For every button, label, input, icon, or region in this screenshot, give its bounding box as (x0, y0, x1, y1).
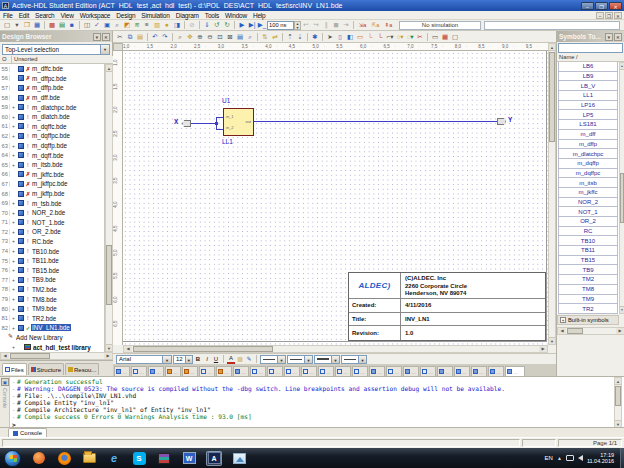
select-tool-icon[interactable]: ➤ (325, 32, 335, 42)
document-tab[interactable]: … (284, 366, 300, 376)
trace-over-icon[interactable]: ⇱a (369, 20, 382, 30)
symbol-item[interactable]: TM8 (558, 285, 618, 295)
separator[interactable] (79, 21, 80, 29)
run-icon[interactable]: ▶ (237, 20, 247, 30)
symbol-item[interactable]: m_dlatchpc (558, 149, 618, 159)
delete-tool-icon[interactable]: ✂ (415, 32, 425, 42)
console-tab[interactable]: Console (8, 428, 47, 437)
symbol-item[interactable]: TR2 (558, 304, 618, 314)
mdi-restore-button[interactable]: ❐ (605, 12, 613, 19)
builtin-symbols-section[interactable]: + Built-in symbols (557, 315, 619, 325)
symbol-item[interactable]: m_dqffpc (558, 169, 618, 179)
menu-item[interactable]: Diagram (173, 12, 202, 19)
expander-icon[interactable]: + (10, 238, 17, 244)
separator[interactable] (307, 33, 308, 41)
open-icon[interactable]: ❒ (22, 20, 32, 30)
symbol-item[interactable]: TB10 (558, 236, 618, 246)
undo-icon[interactable]: ↶ (150, 32, 160, 42)
symbol-item[interactable]: LB_V (558, 81, 618, 91)
separator[interactable] (44, 21, 45, 29)
file-list-vscrollbar[interactable]: ▲ ▼ (105, 64, 113, 352)
file-row[interactable]: 64 + ! m_dqff.bde (0, 150, 104, 160)
expander-icon[interactable]: + (10, 219, 17, 225)
verify-icon[interactable]: ✓ (92, 20, 102, 30)
document-tab[interactable]: … (301, 366, 317, 376)
rerun-icon[interactable]: ↻ (222, 20, 232, 30)
chevron-down-icon[interactable]: ▼ (185, 356, 192, 363)
step-back-icon[interactable]: ↩ (301, 20, 311, 30)
zoom-full-icon[interactable]: ⊠ (225, 32, 235, 42)
panel-close-icon[interactable]: ✕ (102, 33, 110, 41)
time-spinner[interactable]: ▲▼ (294, 21, 301, 30)
document-tab[interactable]: … (488, 366, 504, 376)
menu-item[interactable]: Design (113, 12, 138, 19)
new-icon[interactable]: ▢ (2, 20, 12, 30)
frame-tool-icon[interactable]: ▭ (430, 32, 440, 42)
symbol-item[interactable]: TM9 (558, 295, 618, 305)
start-button[interactable] (4, 450, 21, 467)
chevron-down-icon[interactable]: ▼ (277, 356, 285, 363)
stop-icon[interactable]: ■ (67, 20, 77, 30)
file-row[interactable]: 78 + ! TM2.bde (0, 285, 104, 295)
file-row[interactable]: 55 ✗ m_dffc.bde (0, 64, 104, 74)
symbol-item[interactable]: NOR_2 (558, 198, 618, 208)
console-vscrollbar[interactable]: ▲ ▼ (614, 377, 622, 428)
update-icon[interactable]: ⇅ (260, 32, 270, 42)
photo-viewer-icon[interactable] (231, 451, 247, 466)
expander-icon[interactable]: + (10, 123, 17, 129)
file-row[interactable]: 70 + ! NOR_2.bde (0, 208, 104, 218)
symbol-item[interactable]: NOT_1 (558, 207, 618, 217)
separator[interactable] (147, 33, 148, 41)
file-row[interactable]: 76 + ! TB15.bde (0, 265, 104, 275)
document-tab[interactable]: … (216, 366, 232, 376)
expander-icon[interactable]: + (10, 162, 17, 168)
chevron-down-icon[interactable]: ▼ (304, 356, 312, 363)
media-app-icon[interactable] (31, 451, 47, 466)
zoom-out-icon[interactable]: ⊖ (205, 32, 215, 42)
sheet-tool-icon[interactable]: ▢ (450, 32, 460, 42)
break-icon[interactable]: ⊘ (187, 20, 197, 30)
scroll-up-icon[interactable]: ▲ (549, 44, 555, 51)
file-list-hscrollbar[interactable]: ◀ ▶ (0, 352, 113, 360)
trace-into-icon[interactable]: ⇲a (356, 20, 369, 30)
scroll-left-icon[interactable]: ◀ (124, 346, 132, 352)
menu-item[interactable]: Search (32, 12, 57, 19)
symbol-item[interactable]: TB15 (558, 256, 618, 266)
symbols-vscrollbar[interactable]: ▲ ▼ (619, 62, 624, 314)
component-type-label[interactable]: LL1 (222, 138, 233, 145)
expander-icon[interactable]: + (10, 258, 17, 264)
title-block[interactable]: ALDEC) (C)ALDEC. Inc2260 Corporate Circl… (348, 272, 546, 341)
input-port-label[interactable]: X (174, 118, 178, 125)
zoom-icon[interactable]: ⌕ (175, 32, 185, 42)
tip-bulb-icon[interactable]: ● (162, 20, 172, 30)
push-hierarchy-icon[interactable]: ⇣ (295, 32, 305, 42)
menu-item[interactable]: Tools (202, 12, 222, 19)
scroll-right-icon[interactable]: ▶ (616, 328, 624, 334)
expander-icon[interactable]: + (560, 317, 566, 323)
scroll-up-icon[interactable]: ▲ (615, 378, 621, 385)
table-tool-icon[interactable]: ▦ (440, 32, 450, 42)
input-port-terminal[interactable] (182, 120, 191, 127)
cut-icon[interactable]: ✂ (115, 32, 125, 42)
symbol-item[interactable]: OR_2 (558, 217, 618, 227)
line-width-select[interactable]: ▼ (260, 355, 286, 364)
expander-icon[interactable]: + (10, 277, 17, 283)
scroll-left-icon[interactable]: ◀ (1, 353, 9, 359)
mdi-close-button[interactable]: ✕ (614, 12, 622, 19)
component-symbol[interactable]: in_1 in_2 out (223, 108, 254, 136)
chevron-down-icon[interactable]: ▼ (331, 356, 339, 363)
scroll-left-icon[interactable]: ◀ (558, 328, 566, 334)
border-style-select[interactable]: ▼ (341, 355, 367, 364)
restart-icon[interactable]: ↺ (212, 20, 222, 30)
expander-icon[interactable]: + (10, 325, 17, 331)
expander-icon[interactable]: + (10, 267, 17, 273)
add-new-library-row[interactable]: Add New Library (0, 333, 104, 343)
symbol-item[interactable]: LB9 (558, 72, 618, 82)
close-button[interactable]: ✕ (609, 2, 622, 10)
pop-hierarchy-icon[interactable]: ⇡ (285, 32, 295, 42)
expander-icon[interactable]: + (10, 296, 17, 302)
pan-icon[interactable]: ✥ (185, 32, 195, 42)
clock[interactable]: 17:19 11.04.2016 (587, 452, 614, 465)
compile-icon[interactable]: ◩ (122, 20, 132, 30)
document-tab[interactable]: … (267, 366, 283, 376)
